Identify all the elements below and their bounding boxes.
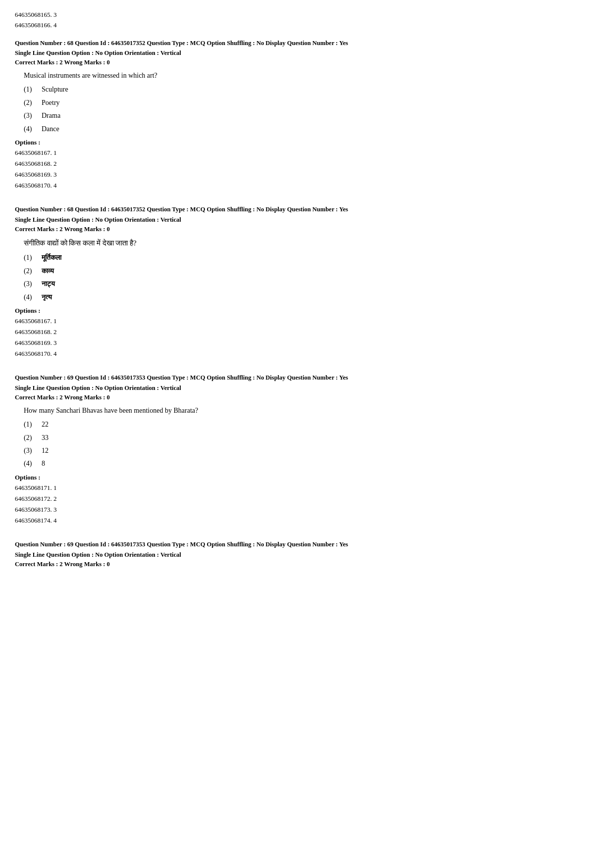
q69-en-marks: Correct Marks : 2 Wrong Marks : 0 bbox=[15, 394, 599, 401]
q69-en-option-ids: 64635068171. 1 64635068172. 2 6463506817… bbox=[15, 482, 599, 526]
q68-en-options-label: Options : bbox=[15, 139, 599, 146]
q68-en-question: Musical instruments are witnessed in whi… bbox=[24, 70, 599, 81]
top-ids-section: 64635068165. 3 64635068166. 4 bbox=[15, 10, 599, 31]
option-num: (1) bbox=[24, 419, 36, 430]
option-num: (3) bbox=[24, 279, 36, 289]
list-item: (4) Dance bbox=[24, 124, 599, 135]
list-item: (3) 12 bbox=[24, 445, 599, 456]
q69-hi-meta1: Question Number : 69 Question Id : 64635… bbox=[15, 540, 599, 549]
option-id: 64635068172. 2 bbox=[15, 493, 599, 504]
option-text: मूर्तिकला bbox=[42, 252, 61, 263]
q68-en-meta2: Single Line Question Option : No Option … bbox=[15, 48, 599, 58]
question-68-english: Question Number : 68 Question Id : 64635… bbox=[15, 39, 599, 192]
question-68-hindi: Question Number : 68 Question Id : 64635… bbox=[15, 205, 599, 359]
option-id: 64635068171. 1 bbox=[15, 482, 599, 493]
option-text: 22 bbox=[42, 419, 49, 430]
option-id: 64635068170. 4 bbox=[15, 348, 599, 359]
option-text: Dance bbox=[42, 124, 59, 135]
q68-en-marks: Correct Marks : 2 Wrong Marks : 0 bbox=[15, 59, 599, 66]
option-text: काव्य bbox=[42, 266, 54, 277]
option-id: 64635068170. 4 bbox=[15, 180, 599, 191]
q68-hi-question: संगीतिक वाद्यों को किस कला में देखा जाता… bbox=[24, 237, 599, 250]
q69-en-options: (1) 22 (2) 33 (3) 12 (4) 8 bbox=[24, 419, 599, 470]
q68-hi-meta2: Single Line Question Option : No Option … bbox=[15, 215, 599, 225]
option-num: (3) bbox=[24, 445, 36, 456]
list-item: (4) 8 bbox=[24, 458, 599, 469]
option-num: (2) bbox=[24, 97, 36, 108]
option-id: 64635068173. 3 bbox=[15, 504, 599, 515]
option-text: 12 bbox=[42, 445, 49, 456]
question-69-hindi: Question Number : 69 Question Id : 64635… bbox=[15, 540, 599, 568]
option-num: (1) bbox=[24, 84, 36, 95]
option-id: 64635068167. 1 bbox=[15, 316, 599, 327]
option-num: (4) bbox=[24, 292, 36, 303]
list-item: (3) नाट्य bbox=[24, 279, 599, 289]
q69-en-question: How many Sanchari Bhavas have been menti… bbox=[24, 405, 599, 416]
option-num: (1) bbox=[24, 252, 36, 263]
q68-hi-options-label: Options : bbox=[15, 307, 599, 315]
option-text: Sculpture bbox=[42, 84, 68, 95]
list-item: (1) मूर्तिकला bbox=[24, 252, 599, 263]
option-id: 64635068169. 3 bbox=[15, 169, 599, 180]
q68-hi-options: (1) मूर्तिकला (2) काव्य (3) नाट्य (4) नृ… bbox=[24, 252, 599, 303]
q68-hi-option-ids: 64635068167. 1 64635068168. 2 6463506816… bbox=[15, 316, 599, 359]
option-id: 64635068168. 2 bbox=[15, 158, 599, 169]
top-id-2: 64635068166. 4 bbox=[15, 20, 599, 31]
q69-hi-meta2: Single Line Question Option : No Option … bbox=[15, 550, 599, 560]
option-text: नाट्य bbox=[42, 279, 55, 289]
list-item: (1) Sculpture bbox=[24, 84, 599, 95]
option-num: (2) bbox=[24, 433, 36, 443]
list-item: (2) काव्य bbox=[24, 266, 599, 277]
option-num: (2) bbox=[24, 266, 36, 277]
option-id: 64635068169. 3 bbox=[15, 338, 599, 348]
q68-en-meta1: Question Number : 68 Question Id : 64635… bbox=[15, 39, 599, 48]
list-item: (2) 33 bbox=[24, 433, 599, 443]
option-num: (4) bbox=[24, 124, 36, 135]
q69-hi-marks: Correct Marks : 2 Wrong Marks : 0 bbox=[15, 561, 599, 568]
q69-en-meta1: Question Number : 69 Question Id : 64635… bbox=[15, 373, 599, 383]
q69-en-meta2: Single Line Question Option : No Option … bbox=[15, 384, 599, 393]
top-id-1: 64635068165. 3 bbox=[15, 10, 599, 20]
q68-hi-meta1: Question Number : 68 Question Id : 64635… bbox=[15, 205, 599, 214]
option-text: Poetry bbox=[42, 97, 60, 108]
option-id: 64635068168. 2 bbox=[15, 327, 599, 338]
list-item: (4) नृत्य bbox=[24, 292, 599, 303]
option-num: (4) bbox=[24, 458, 36, 469]
list-item: (3) Drama bbox=[24, 110, 599, 121]
option-id: 64635068167. 1 bbox=[15, 147, 599, 158]
option-num: (3) bbox=[24, 110, 36, 121]
option-text: नृत्य bbox=[42, 292, 52, 303]
option-text: 33 bbox=[42, 433, 49, 443]
list-item: (1) 22 bbox=[24, 419, 599, 430]
option-id: 64635068174. 4 bbox=[15, 515, 599, 526]
q68-hi-marks: Correct Marks : 2 Wrong Marks : 0 bbox=[15, 226, 599, 233]
question-69-english: Question Number : 69 Question Id : 64635… bbox=[15, 373, 599, 526]
list-item: (2) Poetry bbox=[24, 97, 599, 108]
option-text: 8 bbox=[42, 458, 45, 469]
q69-en-options-label: Options : bbox=[15, 474, 599, 482]
q68-en-option-ids: 64635068167. 1 64635068168. 2 6463506816… bbox=[15, 147, 599, 191]
q68-en-options: (1) Sculpture (2) Poetry (3) Drama (4) D… bbox=[24, 84, 599, 135]
option-text: Drama bbox=[42, 110, 60, 121]
